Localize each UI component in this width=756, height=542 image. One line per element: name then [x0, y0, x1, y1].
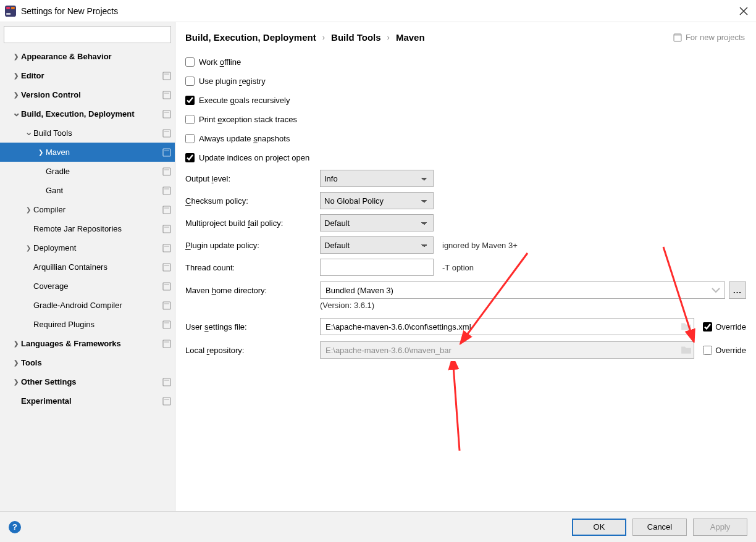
search-input[interactable]	[4, 26, 171, 43]
sidebar-item-tools[interactable]: ❯Tools	[0, 353, 175, 372]
print-exception-checkbox[interactable]: Print exception stack traces	[185, 110, 746, 129]
sidebar-item-appearance-behavior[interactable]: ❯Appearance & Behavior	[0, 47, 175, 66]
label: Checksum policy:	[185, 196, 320, 206]
sidebar-item-editor[interactable]: ❯Editor	[0, 66, 175, 85]
sidebar-item-label: Gradle	[46, 167, 160, 176]
svg-rect-35	[164, 341, 169, 343]
svg-rect-29	[164, 284, 169, 285]
plugin-update-select[interactable]: Default	[320, 236, 434, 254]
plugin-registry-checkbox[interactable]: Use plugin registry	[185, 72, 746, 91]
maven-home-input[interactable]	[320, 281, 725, 299]
sidebar-item-label: Build Tools	[33, 128, 160, 138]
sidebar-item-remote-jar-repositories[interactable]: Remote Jar Repositories	[0, 219, 175, 238]
svg-rect-1	[6, 7, 10, 9]
sidebar-item-version-control[interactable]: ❯Version Control	[0, 85, 175, 104]
label: Maven home directory:	[185, 286, 320, 295]
breadcrumb-part: Maven	[396, 32, 425, 43]
user-settings-input[interactable]	[320, 318, 694, 335]
breadcrumb: Build, Execution, Deployment › Build Too…	[185, 32, 673, 43]
tree-arrow-icon	[23, 281, 33, 291]
svg-rect-15	[164, 150, 169, 151]
sidebar-item-label: Languages & Frameworks	[21, 339, 160, 348]
svg-rect-25	[164, 246, 169, 247]
main-panel: Build, Execution, Deployment › Build Too…	[175, 22, 756, 511]
sidebar-item-languages-frameworks[interactable]: ❯Languages & Frameworks	[0, 334, 175, 353]
svg-rect-39	[164, 399, 169, 400]
sidebar-item-gant[interactable]: Gant	[0, 181, 175, 200]
apply-button[interactable]: Apply	[693, 519, 747, 536]
sidebar-item-experimental[interactable]: Experimental	[0, 391, 175, 411]
app-icon	[5, 6, 16, 17]
checkbox[interactable]	[703, 322, 712, 331]
svg-rect-30	[163, 302, 170, 309]
folder-icon[interactable]	[681, 344, 692, 356]
hint: ignored by Maven 3+	[442, 241, 518, 250]
sidebar-item-label: Other Settings	[21, 377, 160, 386]
search-wrap	[0, 22, 175, 47]
execute-goals-checkbox[interactable]: Execute goals recursively	[185, 91, 746, 110]
settings-tree: ❯Appearance & Behavior❯Editor❯Version Co…	[0, 47, 175, 511]
sidebar-item-other-settings[interactable]: ❯Other Settings	[0, 372, 175, 391]
checkbox[interactable]	[185, 153, 195, 162]
sidebar-item-gradle-android-compiler[interactable]: Gradle-Android Compiler	[0, 296, 175, 315]
sidebar-item-label: Maven	[46, 148, 160, 157]
local-repo-override[interactable]: Override	[703, 346, 746, 355]
thread-count-input[interactable]	[320, 259, 434, 276]
sidebar-item-deployment[interactable]: ❯Deployment	[0, 238, 175, 257]
breadcrumb-row: Build, Execution, Deployment › Build Too…	[175, 22, 756, 52]
label: User settings file:	[185, 322, 320, 331]
sidebar-item-gradle[interactable]: Gradle	[0, 162, 175, 181]
work-offline-checkbox[interactable]: Work offline	[185, 52, 746, 72]
svg-rect-41	[674, 34, 681, 36]
plugin-update-row: Plugin update policy: Default ignored by…	[185, 234, 746, 256]
tree-arrow-icon: ⌄	[11, 108, 21, 118]
sidebar-item-compiler[interactable]: ❯Compiler	[0, 200, 175, 219]
svg-rect-28	[163, 283, 170, 290]
sidebar-item-build-execution-deployment[interactable]: ⌄Build, Execution, Deployment	[0, 104, 175, 123]
svg-rect-14	[163, 149, 170, 156]
multiproject-fail-select[interactable]: Default	[320, 214, 434, 231]
checkbox[interactable]	[703, 346, 712, 355]
checkbox[interactable]	[185, 134, 195, 143]
sidebar-item-label: Arquillian Containers	[33, 262, 160, 272]
svg-rect-11	[164, 112, 169, 113]
sidebar-item-arquillian-containers[interactable]: Arquillian Containers	[0, 257, 175, 277]
sidebar-item-label: Compiler	[33, 205, 160, 214]
svg-rect-34	[163, 340, 170, 348]
close-button[interactable]	[736, 4, 751, 19]
tree-arrow-icon: ❯	[36, 148, 46, 157]
update-indices-checkbox[interactable]: Update indices on project open	[185, 148, 746, 167]
sidebar-item-label: Gradle-Android Compiler	[33, 301, 160, 310]
content: ❯Appearance & Behavior❯Editor❯Version Co…	[0, 22, 756, 511]
folder-icon[interactable]	[681, 321, 692, 332]
annotation-arrow	[444, 361, 469, 454]
cancel-button[interactable]: Cancel	[632, 519, 687, 536]
checkbox[interactable]	[185, 115, 195, 124]
sidebar-item-required-plugins[interactable]: Required Plugins	[0, 315, 175, 334]
sidebar-item-coverage[interactable]: Coverage	[0, 277, 175, 296]
hint: -T option	[442, 263, 474, 272]
output-level-select[interactable]: Info	[320, 170, 434, 187]
ok-button[interactable]: OK	[572, 519, 626, 536]
checkbox[interactable]	[185, 96, 195, 105]
label: Local repository:	[185, 346, 320, 355]
browse-button[interactable]: ...	[729, 281, 746, 299]
help-button[interactable]: ?	[9, 521, 21, 533]
always-snapshots-checkbox[interactable]: Always update snapshots	[185, 129, 746, 148]
user-settings-override[interactable]: Override	[703, 322, 746, 331]
svg-rect-17	[164, 169, 169, 170]
sidebar-item-build-tools[interactable]: ⌄Build Tools	[0, 123, 175, 143]
checkbox[interactable]	[185, 77, 195, 86]
tree-arrow-icon	[23, 320, 33, 330]
multiproject-fail-row: Multiproject build fail policy: Default	[185, 212, 746, 234]
checksum-policy-select[interactable]: No Global Policy	[320, 192, 434, 209]
local-repo-input	[320, 341, 694, 359]
sidebar-item-maven[interactable]: ❯Maven	[0, 143, 175, 162]
svg-rect-31	[164, 303, 169, 304]
chevron-right-icon: ›	[322, 33, 325, 42]
label: Output level:	[185, 174, 320, 183]
tree-arrow-icon: ❯	[11, 52, 21, 62]
chevron-down-icon[interactable]	[710, 285, 721, 296]
svg-rect-27	[164, 265, 169, 266]
checkbox[interactable]	[185, 57, 195, 67]
